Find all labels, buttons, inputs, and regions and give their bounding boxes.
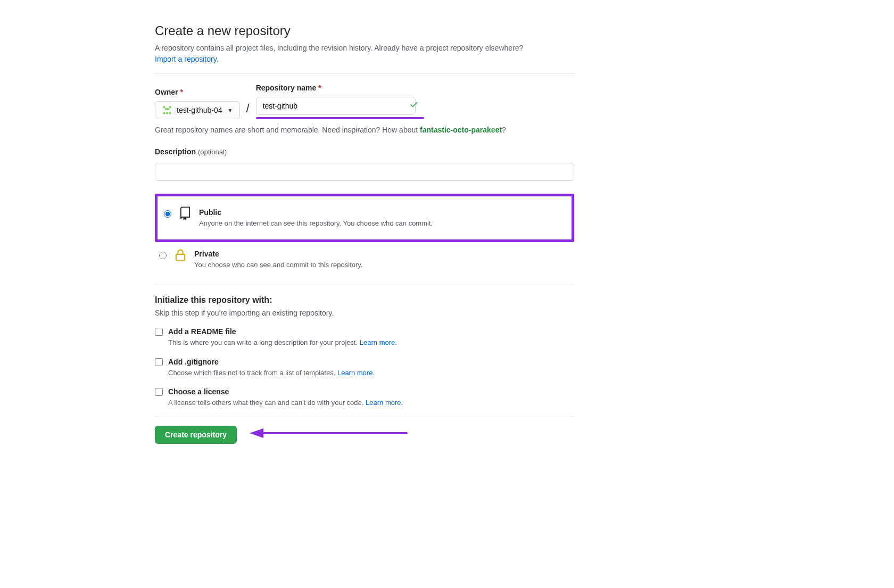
gitignore-desc: Choose which files not to track from a l… (168, 368, 375, 378)
license-checkbox[interactable] (155, 388, 163, 396)
annotation-arrow-icon (250, 427, 409, 443)
svg-rect-5 (169, 112, 171, 114)
gitignore-checkbox[interactable] (155, 358, 163, 366)
gitignore-learn-more-link[interactable]: Learn more. (337, 369, 375, 377)
owner-name: test-github-04 (177, 105, 222, 116)
svg-rect-2 (165, 108, 169, 110)
license-title: Choose a license (168, 386, 403, 397)
owner-label: Owner * (155, 87, 240, 98)
visibility-private-row[interactable]: Private You choose who can see and commi… (155, 242, 574, 277)
header-divider (155, 73, 574, 74)
annotation-underline (256, 117, 424, 119)
visibility-public-radio[interactable] (164, 210, 171, 218)
readme-desc: This is where you can write a long descr… (168, 337, 397, 348)
owner-dropdown[interactable]: test-github-04 ▼ (155, 101, 240, 119)
caret-down-icon: ▼ (228, 106, 233, 114)
check-icon (409, 100, 419, 112)
readme-title: Add a README file (168, 326, 397, 337)
readme-learn-more-link[interactable]: Learn more. (360, 338, 397, 346)
svg-rect-4 (166, 112, 168, 114)
required-marker: * (180, 88, 183, 96)
readme-row: Add a README file This is where you can … (155, 326, 574, 348)
description-input[interactable] (155, 163, 574, 181)
lock-icon (173, 247, 188, 262)
initialize-heading: Initialize this repository with: (155, 294, 574, 307)
svg-rect-6 (176, 254, 185, 260)
bottom-divider (155, 417, 574, 417)
initialize-subtext: Skip this step if you're importing an ex… (155, 308, 574, 319)
description-label: Description (optional) (155, 146, 574, 158)
private-title: Private (194, 249, 363, 260)
svg-rect-1 (169, 106, 171, 109)
page-title: Create a new repository (155, 21, 574, 40)
slash-separator: / (244, 100, 252, 119)
gitignore-row: Add .gitignore Choose which files not to… (155, 357, 574, 378)
svg-marker-8 (250, 428, 263, 438)
visibility-public-row[interactable]: Public Anyone on the internet can see th… (155, 194, 574, 242)
svg-rect-3 (163, 112, 165, 114)
repo-name-label: Repository name * (256, 82, 424, 94)
owner-avatar-icon (162, 105, 172, 115)
public-title: Public (199, 207, 433, 218)
private-desc: You choose who can see and commit to thi… (194, 260, 363, 270)
name-hint: Great repository names are short and mem… (155, 125, 574, 136)
visibility-private-radio[interactable] (159, 252, 167, 259)
suggested-name-link[interactable]: fantastic-octo-parakeet (420, 126, 502, 134)
license-row: Choose a license A license tells others … (155, 386, 574, 408)
license-learn-more-link[interactable]: Learn more. (366, 399, 403, 407)
gitignore-title: Add .gitignore (168, 357, 375, 368)
create-repository-button[interactable]: Create repository (155, 426, 237, 444)
required-marker: * (318, 84, 321, 92)
repo-name-input[interactable] (256, 97, 416, 115)
svg-rect-0 (163, 106, 165, 109)
page-subtitle: A repository contains all project files,… (155, 43, 574, 54)
license-desc: A license tells others what they can and… (168, 397, 403, 408)
repo-icon (178, 206, 193, 221)
visibility-divider (155, 285, 574, 285)
public-desc: Anyone on the internet can see this repo… (199, 218, 433, 229)
readme-checkbox[interactable] (155, 328, 163, 336)
import-repository-link[interactable]: Import a repository. (155, 55, 219, 63)
